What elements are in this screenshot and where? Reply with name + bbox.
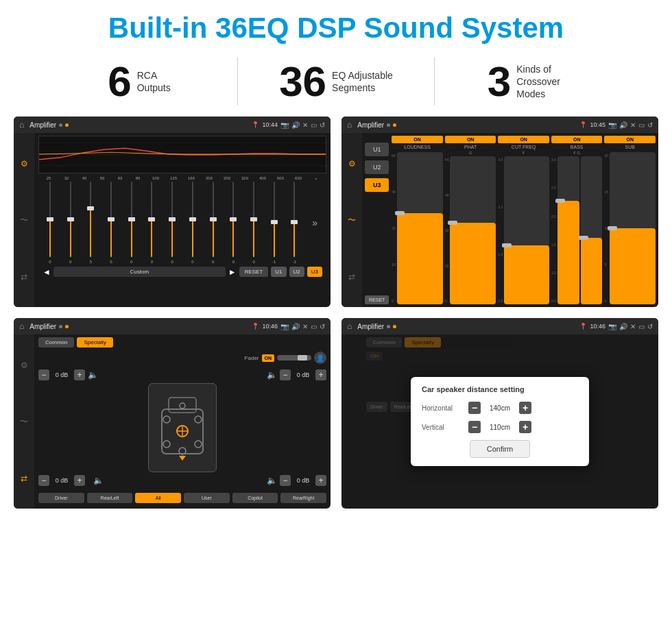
eq-slider-1[interactable]: 0 <box>40 182 60 264</box>
sidebar-wave-icon[interactable]: 〜 <box>20 215 28 226</box>
vol-plus-2[interactable]: + <box>315 369 326 380</box>
eq-slider-6[interactable]: 0 <box>142 182 163 264</box>
all-btn[interactable]: All <box>135 493 181 503</box>
home-icon-2[interactable]: ⌂ <box>347 120 352 130</box>
eq-slider-2[interactable]: 0 <box>60 182 81 264</box>
confirm-button[interactable]: Confirm <box>470 440 531 458</box>
eq-slider-12[interactable]: -1 <box>264 182 285 264</box>
eq-slider-4[interactable]: 0 <box>101 182 121 264</box>
vol-minus-4[interactable]: − <box>280 475 291 486</box>
eq-freq-100: 100 <box>147 176 165 180</box>
eq-more-button[interactable]: » <box>304 182 325 264</box>
eq-freq-50: 50 <box>93 176 111 180</box>
reset-button[interactable]: RESET <box>239 267 269 277</box>
copilot-btn[interactable]: Copilot <box>232 493 278 503</box>
sidebar-split-icon-3[interactable]: ⇄ <box>21 474 27 483</box>
eq-graph <box>38 136 326 173</box>
fader-on-btn[interactable]: ON <box>262 354 275 362</box>
tab-specialty[interactable]: Specialty <box>77 337 112 348</box>
ch-phat-letters: G <box>469 151 472 155</box>
sidebar-split-icon-2[interactable]: ⇄ <box>348 272 355 282</box>
volume-icon-4: 🔊 <box>619 323 627 330</box>
u3-button[interactable]: U3 <box>307 267 322 277</box>
home-icon[interactable]: ⌂ <box>19 120 24 130</box>
u3-select[interactable]: U3 <box>365 178 389 192</box>
vol-plus-1[interactable]: + <box>74 369 85 380</box>
vol-plus-3[interactable]: + <box>74 475 85 486</box>
back-icon[interactable]: ↺ <box>320 121 325 129</box>
ch-loudness-on[interactable]: ON <box>392 136 443 143</box>
eq-slider-5[interactable]: 0 <box>121 182 142 264</box>
vol-minus-1[interactable]: − <box>38 369 49 380</box>
mode-button[interactable]: Custom <box>53 267 226 277</box>
ch-phat-on[interactable]: ON <box>445 136 496 143</box>
close-icon-2[interactable]: ✕ <box>630 121 636 129</box>
screen2-topbar: ⌂ Amplifier 📍 10:45 📷 🔊 ✕ ▭ ↺ <box>341 117 658 133</box>
ch-sub-on[interactable]: ON <box>604 136 656 143</box>
next-button[interactable]: ► <box>228 267 237 277</box>
u2-select[interactable]: U2 <box>365 160 389 174</box>
ch-sub-slider[interactable]: 20 15 10 5 0 <box>604 152 656 304</box>
prev-button[interactable]: ◄ <box>43 267 51 277</box>
ch-phat-slider[interactable]: 64 48 32 16 0 <box>445 156 496 304</box>
ch-cutfreq-letters: F <box>523 151 525 155</box>
ch-cutfreq-slider[interactable]: 3.0 2.1 1.3 0.5 <box>498 156 549 304</box>
fader-slider[interactable] <box>277 355 311 361</box>
screen1-title: Amplifier <box>29 121 56 129</box>
speaker-profile-btn[interactable]: 👤 <box>314 352 326 364</box>
close-icon-4[interactable]: ✕ <box>630 323 636 330</box>
ch-cutfreq-name: CUT FREQ <box>512 145 536 149</box>
screen3-tabs: Common Specialty <box>38 337 326 348</box>
ch-cutfreq-on[interactable]: ON <box>498 136 549 143</box>
screen-distance: ⌂ Amplifier 📍 10:46 📷 🔊 ✕ ▭ ↺ Common Spe… <box>341 318 658 509</box>
eq-freq-25: 25 <box>40 176 58 180</box>
u1-button[interactable]: U1 <box>271 267 286 277</box>
back-icon-2[interactable]: ↺ <box>647 121 653 129</box>
eq-slider-13[interactable]: -1 <box>285 182 305 264</box>
sidebar-wave-icon-3[interactable]: 〜 <box>20 416 28 428</box>
close-icon[interactable]: ✕ <box>302 121 308 129</box>
home-icon-4[interactable]: ⌂ <box>347 321 352 331</box>
vol-plus-4[interactable]: + <box>315 475 326 486</box>
u1-select[interactable]: U1 <box>365 143 389 156</box>
vol-minus-2[interactable]: − <box>280 369 291 380</box>
vol-minus-3[interactable]: − <box>38 475 49 486</box>
eq-slider-8[interactable]: 0 <box>182 182 203 264</box>
ch-loudness-slider[interactable]: 64 48 32 16 0 <box>392 152 443 304</box>
rearright-btn[interactable]: RearRight <box>280 493 326 503</box>
driver-btn[interactable]: Driver <box>38 493 84 503</box>
vertical-minus[interactable]: − <box>468 421 481 433</box>
vol-val-1: 0 dB <box>52 371 71 378</box>
status-dot-7 <box>387 325 390 328</box>
ch-scale-3: 3.0 2.1 1.3 0.5 <box>498 156 503 304</box>
back-icon-4[interactable]: ↺ <box>647 323 653 330</box>
close-icon-3[interactable]: ✕ <box>302 323 308 330</box>
eq-slider-9[interactable]: 0 <box>203 182 224 264</box>
home-icon-3[interactable]: ⌂ <box>19 321 24 331</box>
sidebar-eq-icon-3[interactable]: ⚙ <box>21 361 28 370</box>
crossover-reset[interactable]: RESET <box>365 295 389 304</box>
u2-button[interactable]: U2 <box>289 267 304 277</box>
ch-bass-on[interactable]: ON <box>551 136 603 143</box>
eq-freq-63: 63 <box>111 176 129 180</box>
sidebar-eq-icon-2[interactable]: ⚙ <box>348 159 356 169</box>
horizontal-plus[interactable]: + <box>519 402 531 414</box>
sidebar-eq-icon[interactable]: ⚙ <box>21 159 28 169</box>
vertical-plus[interactable]: + <box>519 421 531 433</box>
tab-common[interactable]: Common <box>38 337 74 348</box>
rearleft-btn[interactable]: RearLeft <box>87 493 133 503</box>
back-icon-3[interactable]: ↺ <box>320 323 325 330</box>
eq-slider-3[interactable]: 5 <box>80 182 101 264</box>
screen3-main: Common Specialty Fader ON 👤 − 0 dB <box>34 334 331 509</box>
sidebar-wave-icon-2[interactable]: 〜 <box>348 215 356 226</box>
volume-icon-2: 🔊 <box>619 121 627 129</box>
ch-bass-slider[interactable]: 3.0 2.5 2.0 1.5 1.0 0.5 <box>551 156 603 304</box>
eq-slider-7[interactable]: 0 <box>162 182 182 264</box>
dialog-title: Car speaker distance setting <box>422 385 578 393</box>
eq-slider-10[interactable]: 0 <box>223 182 243 264</box>
user-btn[interactable]: User <box>184 493 230 503</box>
eq-slider-11[interactable]: 0 <box>243 182 264 264</box>
screen-icon-4: ▭ <box>638 323 645 330</box>
horizontal-minus[interactable]: − <box>468 402 481 414</box>
sidebar-split-icon[interactable]: ⇄ <box>21 272 27 282</box>
